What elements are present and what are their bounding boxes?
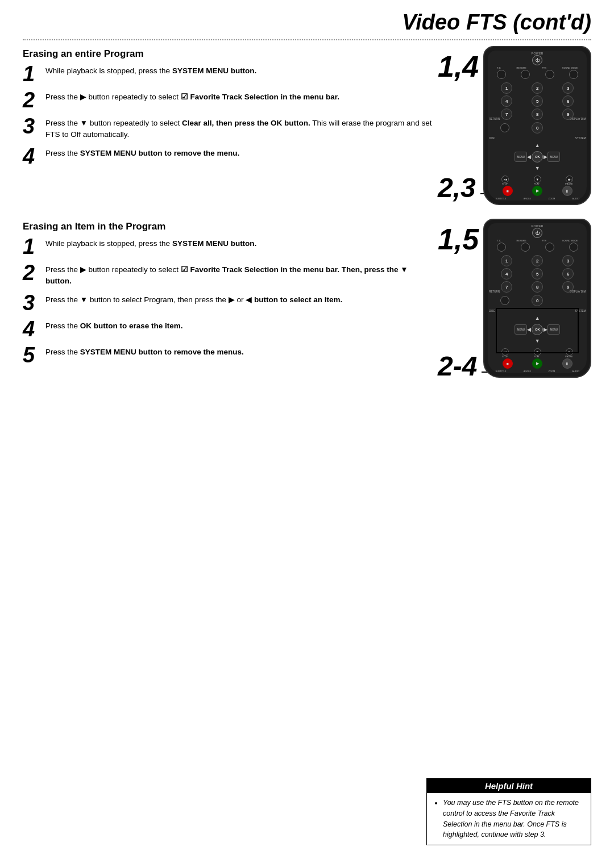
- step-text: While playback is stopped, press the SYS…: [45, 65, 256, 77]
- hint-body: You may use the FTS button on the remote…: [427, 793, 591, 845]
- step-number: 1: [23, 63, 41, 85]
- step-number: 1: [23, 236, 41, 257]
- section2-step3: 3 Press the ▼ button to select Program, …: [23, 294, 432, 314]
- section2-step1: 1 While playback is stopped, press the S…: [23, 238, 432, 257]
- step-text: Press the SYSTEM MENU button to remove t…: [45, 347, 244, 358]
- section2-title: Erasing an Item in the Program: [23, 221, 432, 232]
- step-text: Press the ▶ button repeatedly to select …: [45, 264, 432, 287]
- step-number: 3: [23, 115, 41, 137]
- page-header: Video FTS (cont'd): [0, 0, 614, 35]
- section1-step2: 2 Press the ▶ button repeatedly to selec…: [23, 91, 432, 111]
- step-number: 3: [23, 292, 41, 314]
- step-number: 4: [23, 145, 41, 167]
- remote-diagram-2: POWER ⏻ T-C RESUME FTS SOUND MODE: [483, 219, 591, 378]
- step-number: 4: [23, 318, 41, 340]
- hint-text: You may use the FTS button on the remote…: [443, 799, 579, 838]
- section2-step4: 4 Press the OK button to erase the item.: [23, 320, 432, 340]
- step-text: Press the ▶ button repeatedly to select …: [45, 91, 339, 103]
- hint-title: Helpful Hint: [427, 779, 591, 793]
- step-text: Press the SYSTEM MENU button to remove t…: [45, 148, 239, 159]
- step-number: 5: [23, 344, 41, 366]
- step-text: Press the ▼ button repeatedly to select …: [45, 118, 432, 141]
- section1-title: Erasing an entire Program: [23, 48, 432, 60]
- section2-step2: 2 Press the ▶ button repeatedly to selec…: [23, 264, 432, 287]
- section2-step5: 5 Press the SYSTEM MENU button to remove…: [23, 347, 432, 366]
- page-title: Video FTS (cont'd): [402, 10, 591, 34]
- step-text: Press the OK button to erase the item.: [45, 320, 183, 332]
- section1-step4: 4 Press the SYSTEM MENU button to remove…: [23, 148, 432, 167]
- section1-step1: 1 While playback is stopped, press the S…: [23, 65, 432, 85]
- helpful-hint-box: Helpful Hint You may use the FTS button …: [426, 778, 591, 845]
- remote-diagram-1: POWER ⏻ T-C RESUME FTS SOUND MODE: [483, 46, 591, 205]
- section1-step3: 3 Press the ▼ button repeatedly to selec…: [23, 118, 432, 141]
- step-text: Press the ▼ button to select Program, th…: [45, 294, 342, 306]
- step-number: 2: [23, 262, 41, 283]
- step-number: 2: [23, 89, 41, 111]
- step-text: While playback is stopped, press the SYS…: [45, 238, 256, 249]
- remote1-label: 1,4: [438, 52, 479, 81]
- remote2-label: 1,5: [438, 224, 479, 254]
